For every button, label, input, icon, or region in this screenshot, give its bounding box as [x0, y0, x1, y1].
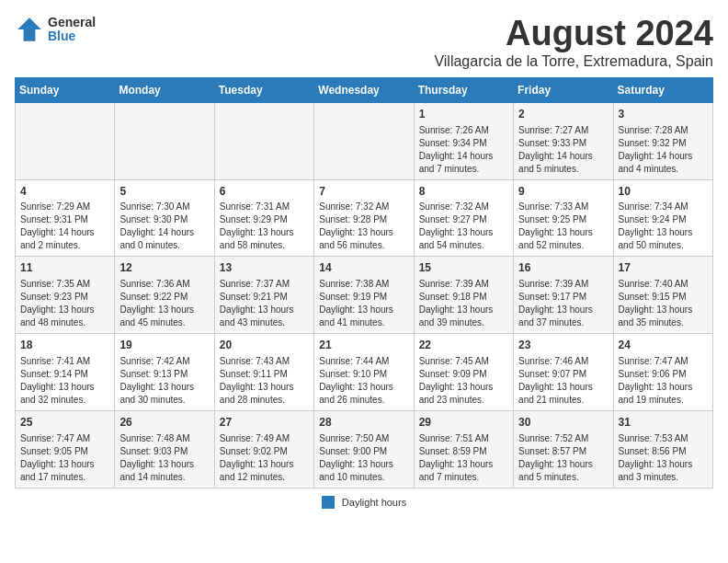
empty-cell: [16, 102, 115, 179]
col-header-saturday: Saturday: [613, 77, 712, 102]
day-info: Sunrise: 7:28 AMSunset: 9:32 PMDaylight:…: [619, 124, 708, 176]
empty-cell: [214, 102, 313, 179]
day-cell-31: 31Sunrise: 7:53 AMSunset: 8:56 PMDayligh…: [613, 410, 712, 488]
day-number: 9: [518, 184, 608, 200]
day-number: 11: [20, 260, 109, 276]
day-number: 20: [220, 338, 309, 353]
day-info: Sunrise: 7:49 AMSunset: 9:02 PMDaylight:…: [220, 432, 309, 484]
col-header-wednesday: Wednesday: [314, 77, 414, 102]
legend-label: Daylight hours: [342, 497, 406, 508]
day-number: 14: [319, 260, 408, 276]
day-cell-25: 25Sunrise: 7:47 AMSunset: 9:05 PMDayligh…: [16, 410, 115, 488]
day-cell-10: 10Sunrise: 7:34 AMSunset: 9:24 PMDayligh…: [613, 179, 712, 257]
day-info: Sunrise: 7:52 AMSunset: 8:57 PMDaylight:…: [518, 432, 608, 484]
legend-box: [322, 496, 335, 509]
day-info: Sunrise: 7:29 AMSunset: 9:31 PMDaylight:…: [20, 201, 109, 252]
col-header-monday: Monday: [115, 77, 214, 102]
day-cell-8: 8Sunrise: 7:32 AMSunset: 9:27 PMDaylight…: [414, 179, 513, 257]
logo-icon: [15, 15, 44, 44]
day-number: 24: [619, 338, 708, 353]
day-cell-26: 26Sunrise: 7:48 AMSunset: 9:03 PMDayligh…: [115, 410, 214, 488]
day-info: Sunrise: 7:47 AMSunset: 9:05 PMDaylight:…: [20, 432, 109, 484]
day-number: 2: [518, 107, 608, 122]
day-cell-27: 27Sunrise: 7:49 AMSunset: 9:02 PMDayligh…: [214, 410, 313, 488]
day-cell-29: 29Sunrise: 7:51 AMSunset: 8:59 PMDayligh…: [414, 410, 513, 488]
day-info: Sunrise: 7:27 AMSunset: 9:33 PMDaylight:…: [518, 124, 608, 176]
day-cell-4: 4Sunrise: 7:29 AMSunset: 9:31 PMDaylight…: [16, 179, 115, 257]
day-info: Sunrise: 7:34 AMSunset: 9:24 PMDaylight:…: [619, 201, 708, 252]
day-info: Sunrise: 7:48 AMSunset: 9:03 PMDaylight:…: [119, 432, 209, 484]
day-cell-12: 12Sunrise: 7:36 AMSunset: 9:22 PMDayligh…: [115, 257, 214, 334]
week-row-3: 11Sunrise: 7:35 AMSunset: 9:23 PMDayligh…: [16, 257, 713, 334]
calendar-table: SundayMondayTuesdayWednesdayThursdayFrid…: [15, 77, 713, 488]
day-number: 30: [518, 415, 608, 431]
day-number: 7: [319, 184, 408, 200]
legend: Daylight hours: [15, 496, 713, 509]
day-cell-17: 17Sunrise: 7:40 AMSunset: 9:15 PMDayligh…: [613, 257, 712, 334]
day-number: 27: [220, 415, 309, 431]
day-cell-1: 1Sunrise: 7:26 AMSunset: 9:34 PMDaylight…: [414, 102, 513, 179]
day-number: 21: [319, 338, 408, 353]
day-info: Sunrise: 7:31 AMSunset: 9:29 PMDaylight:…: [220, 201, 309, 252]
day-cell-22: 22Sunrise: 7:45 AMSunset: 9:09 PMDayligh…: [414, 334, 513, 411]
day-number: 10: [619, 184, 708, 200]
day-cell-6: 6Sunrise: 7:31 AMSunset: 9:29 PMDaylight…: [214, 179, 313, 257]
day-info: Sunrise: 7:41 AMSunset: 9:14 PMDaylight:…: [20, 355, 109, 407]
logo: General Blue: [15, 15, 96, 44]
day-cell-11: 11Sunrise: 7:35 AMSunset: 9:23 PMDayligh…: [16, 257, 115, 334]
day-number: 1: [419, 107, 508, 122]
day-info: Sunrise: 7:36 AMSunset: 9:22 PMDaylight:…: [119, 278, 209, 329]
day-cell-3: 3Sunrise: 7:28 AMSunset: 9:32 PMDaylight…: [613, 102, 712, 179]
day-cell-21: 21Sunrise: 7:44 AMSunset: 9:10 PMDayligh…: [314, 334, 414, 411]
day-info: Sunrise: 7:39 AMSunset: 9:17 PMDaylight:…: [518, 278, 608, 329]
day-info: Sunrise: 7:32 AMSunset: 9:28 PMDaylight:…: [319, 201, 408, 252]
header-row: SundayMondayTuesdayWednesdayThursdayFrid…: [16, 77, 713, 102]
day-number: 29: [419, 415, 508, 431]
day-cell-2: 2Sunrise: 7:27 AMSunset: 9:33 PMDaylight…: [514, 102, 613, 179]
day-cell-14: 14Sunrise: 7:38 AMSunset: 9:19 PMDayligh…: [314, 257, 414, 334]
day-cell-24: 24Sunrise: 7:47 AMSunset: 9:06 PMDayligh…: [613, 334, 712, 411]
day-cell-28: 28Sunrise: 7:50 AMSunset: 9:00 PMDayligh…: [314, 410, 414, 488]
day-info: Sunrise: 7:40 AMSunset: 9:15 PMDaylight:…: [619, 278, 708, 329]
day-number: 13: [220, 260, 309, 276]
week-row-5: 25Sunrise: 7:47 AMSunset: 9:05 PMDayligh…: [16, 410, 713, 488]
title-area: August 2024 Villagarcia de la Torre, Ext…: [434, 15, 713, 70]
day-number: 3: [619, 107, 708, 122]
day-number: 8: [419, 184, 508, 200]
day-info: Sunrise: 7:42 AMSunset: 9:13 PMDaylight:…: [119, 355, 209, 407]
col-header-sunday: Sunday: [16, 77, 115, 102]
day-info: Sunrise: 7:44 AMSunset: 9:10 PMDaylight:…: [319, 355, 408, 407]
day-info: Sunrise: 7:26 AMSunset: 9:34 PMDaylight:…: [419, 124, 508, 176]
logo-general: General: [48, 16, 96, 29]
day-info: Sunrise: 7:32 AMSunset: 9:27 PMDaylight:…: [419, 201, 508, 252]
day-number: 19: [119, 338, 209, 353]
page-header: General Blue August 2024 Villagarcia de …: [15, 15, 713, 70]
day-cell-20: 20Sunrise: 7:43 AMSunset: 9:11 PMDayligh…: [214, 334, 313, 411]
month-year-title: August 2024: [434, 15, 713, 53]
day-cell-23: 23Sunrise: 7:46 AMSunset: 9:07 PMDayligh…: [514, 334, 613, 411]
day-info: Sunrise: 7:45 AMSunset: 9:09 PMDaylight:…: [419, 355, 508, 407]
svg-marker-0: [17, 17, 41, 41]
day-info: Sunrise: 7:30 AMSunset: 9:30 PMDaylight:…: [119, 201, 209, 252]
empty-cell: [314, 102, 414, 179]
day-info: Sunrise: 7:35 AMSunset: 9:23 PMDaylight:…: [20, 278, 109, 329]
day-info: Sunrise: 7:33 AMSunset: 9:25 PMDaylight:…: [518, 201, 608, 252]
day-number: 31: [619, 415, 708, 431]
week-row-4: 18Sunrise: 7:41 AMSunset: 9:14 PMDayligh…: [16, 334, 713, 411]
day-number: 18: [20, 338, 109, 353]
day-number: 6: [220, 184, 309, 200]
day-number: 22: [419, 338, 508, 353]
day-number: 17: [619, 260, 708, 276]
day-cell-30: 30Sunrise: 7:52 AMSunset: 8:57 PMDayligh…: [514, 410, 613, 488]
logo-text: General Blue: [48, 16, 96, 44]
calendar-header: SundayMondayTuesdayWednesdayThursdayFrid…: [16, 77, 713, 102]
day-number: 25: [20, 415, 109, 431]
day-info: Sunrise: 7:47 AMSunset: 9:06 PMDaylight:…: [619, 355, 708, 407]
empty-cell: [115, 102, 214, 179]
day-cell-13: 13Sunrise: 7:37 AMSunset: 9:21 PMDayligh…: [214, 257, 313, 334]
col-header-friday: Friday: [514, 77, 613, 102]
week-row-1: 1Sunrise: 7:26 AMSunset: 9:34 PMDaylight…: [16, 102, 713, 179]
day-info: Sunrise: 7:53 AMSunset: 8:56 PMDaylight:…: [619, 432, 708, 484]
day-info: Sunrise: 7:39 AMSunset: 9:18 PMDaylight:…: [419, 278, 508, 329]
day-info: Sunrise: 7:51 AMSunset: 8:59 PMDaylight:…: [419, 432, 508, 484]
